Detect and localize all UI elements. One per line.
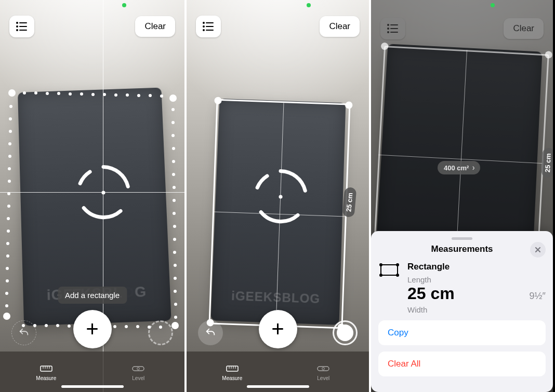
svg-point-19	[203, 25, 205, 28]
close-button[interactable]	[530, 242, 546, 258]
tab-measure[interactable]: Measure	[0, 352, 92, 392]
undo-button[interactable]	[11, 320, 36, 345]
sheet-grabber[interactable]	[452, 237, 472, 240]
area-label[interactable]: 400 cm²	[438, 161, 480, 174]
tab-measure[interactable]: Measure	[187, 352, 278, 392]
shutter-button[interactable]	[148, 320, 173, 345]
clear-button[interactable]: Clear	[504, 18, 544, 39]
tab-bar: Measure Level	[187, 352, 369, 392]
targeting-reticle-icon	[250, 166, 311, 227]
svg-point-14	[279, 195, 282, 198]
ruler-icon	[40, 363, 52, 374]
list-icon	[387, 24, 399, 33]
svg-rect-34	[381, 265, 398, 275]
plus-icon: +	[86, 318, 99, 340]
svg-point-38	[396, 274, 399, 277]
svg-point-27	[322, 367, 325, 370]
tab-level[interactable]: Level	[278, 352, 369, 392]
tab-bar: Measure Level	[0, 352, 184, 392]
list-button[interactable]	[196, 16, 221, 37]
list-button[interactable]	[380, 18, 405, 39]
list-icon	[16, 22, 28, 31]
svg-point-37	[379, 274, 382, 277]
level-icon	[317, 363, 329, 374]
svg-point-35	[379, 263, 382, 266]
undo-button[interactable]	[198, 320, 223, 345]
svg-rect-7	[41, 366, 52, 371]
length-value-imperial: 9½″	[530, 291, 546, 302]
svg-point-33	[387, 31, 389, 33]
screenshot-3: 400 cm² 25 cm Clear Measurements	[369, 0, 553, 392]
tab-level-label: Level	[132, 375, 144, 381]
clear-button[interactable]: Clear	[320, 16, 360, 37]
svg-point-0	[101, 191, 105, 194]
measurement-item: Rectangle Length 25 cm 9½″ Width	[378, 262, 546, 314]
length-value-metric: 25 cm	[407, 284, 455, 303]
tab-measure-label: Measure	[222, 375, 242, 381]
length-label: Length	[407, 275, 546, 284]
plus-icon: +	[271, 318, 284, 340]
svg-point-32	[387, 28, 389, 30]
svg-point-36	[396, 263, 399, 266]
svg-point-6	[16, 29, 18, 31]
list-button[interactable]	[9, 16, 34, 37]
svg-point-20	[203, 29, 205, 31]
tab-level[interactable]: Level	[92, 352, 185, 392]
add-point-button[interactable]: +	[73, 310, 112, 348]
svg-rect-21	[227, 366, 238, 371]
ruler-icon	[226, 363, 239, 374]
screenshot-2: iGEEKSBLOG 25 cm	[184, 0, 369, 392]
shape-name: Rectangle	[407, 262, 546, 272]
width-label: Width	[407, 305, 546, 314]
targeting-reticle-icon	[73, 162, 134, 223]
close-icon	[535, 247, 541, 253]
hint-tooltip: Add a rectangle	[58, 287, 127, 304]
area-value: 400 cm²	[444, 164, 469, 172]
tab-measure-label: Measure	[36, 375, 56, 381]
clear-all-button[interactable]: Clear All	[378, 352, 546, 376]
rectangle-shape-icon	[378, 262, 400, 280]
svg-point-31	[387, 24, 389, 26]
measurements-sheet: Measurements Rectangle Length 25 cm 9½″ …	[371, 231, 553, 392]
svg-point-18	[203, 22, 205, 24]
add-point-button[interactable]: +	[259, 310, 297, 348]
copy-button[interactable]: Copy	[378, 320, 546, 345]
list-icon	[203, 22, 214, 31]
svg-point-5	[16, 25, 18, 28]
measurement-label[interactable]: 25 cm	[541, 147, 553, 178]
tab-level-label: Level	[317, 375, 329, 381]
sheet-title: Measurements	[431, 244, 493, 254]
level-icon	[132, 363, 144, 374]
svg-point-4	[16, 22, 18, 24]
clear-button[interactable]: Clear	[135, 16, 175, 37]
svg-point-13	[137, 367, 140, 370]
screenshot-1: iGEEKSBLOG	[0, 0, 184, 392]
shutter-button[interactable]	[333, 320, 358, 345]
